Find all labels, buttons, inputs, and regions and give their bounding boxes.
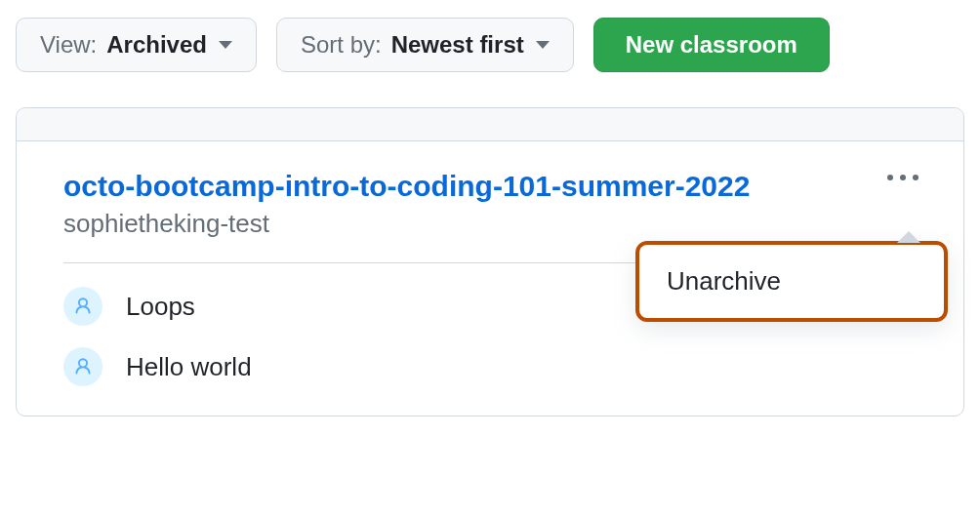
list-item[interactable]: Hello world — [63, 347, 917, 386]
view-filter-value: Archived — [106, 31, 207, 59]
assignment-name: Hello world — [126, 352, 252, 382]
view-filter-dropdown[interactable]: View: Archived — [16, 18, 257, 72]
person-icon — [63, 287, 102, 326]
sort-value: Newest first — [391, 31, 524, 59]
toolbar: View: Archived Sort by: Newest first New… — [0, 0, 980, 72]
card-header-strip — [17, 108, 963, 141]
caret-down-icon — [536, 41, 550, 49]
dot-icon — [887, 175, 893, 180]
dot-icon — [913, 175, 919, 180]
classroom-title-link[interactable]: octo-bootcamp-intro-to-coding-101-summer… — [63, 167, 917, 205]
new-classroom-label: New classroom — [626, 31, 797, 59]
actions-popover: Unarchive — [635, 241, 948, 322]
caret-down-icon — [219, 41, 232, 49]
sort-dropdown[interactable]: Sort by: Newest first — [276, 18, 574, 72]
classroom-org-label: sophietheking-test — [63, 209, 917, 239]
person-icon — [63, 347, 102, 386]
new-classroom-button[interactable]: New classroom — [593, 18, 830, 72]
card-body: Unarchive octo-bootcamp-intro-to-coding-… — [17, 141, 963, 416]
sort-prefix: Sort by: — [301, 31, 382, 59]
view-filter-prefix: View: — [40, 31, 97, 59]
dot-icon — [900, 175, 906, 180]
assignment-name: Loops — [126, 292, 195, 322]
classroom-card: Unarchive octo-bootcamp-intro-to-coding-… — [16, 107, 964, 416]
kebab-menu-button[interactable] — [881, 169, 924, 186]
unarchive-menu-item[interactable]: Unarchive — [639, 245, 944, 318]
